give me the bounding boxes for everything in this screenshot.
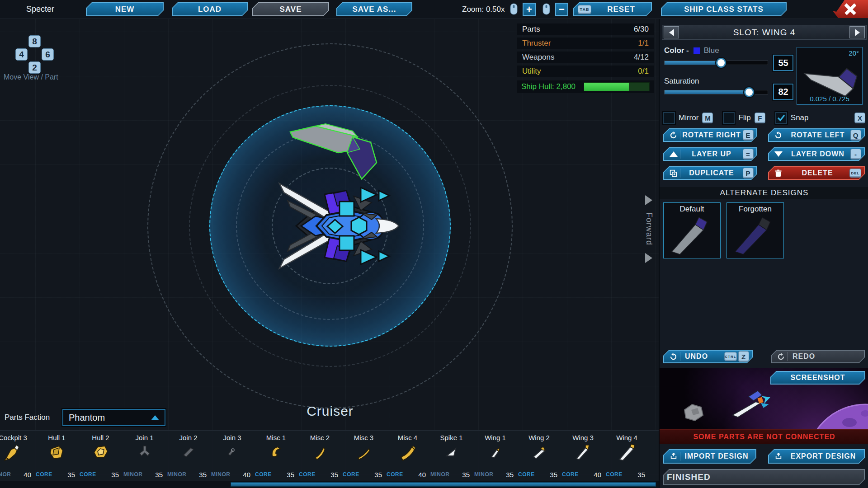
flip-key-icon: F <box>755 113 765 123</box>
part-tile[interactable]: Join 1 MINOR 35 <box>123 431 166 481</box>
part-tile[interactable]: Wing 2 CORE 35 <box>517 431 561 481</box>
color-label-row: Color - Blue <box>664 46 719 55</box>
layer-down-button[interactable]: LAYER DOWN - <box>768 147 865 161</box>
chevron-up-icon <box>151 415 159 420</box>
parts-faction-dropdown[interactable]: Phantom <box>62 409 165 426</box>
new-button[interactable]: NEW <box>86 2 164 16</box>
part-cost: 35 <box>155 471 163 479</box>
save-button[interactable]: SAVE <box>252 2 329 16</box>
del-key-icon: DEL <box>849 169 861 178</box>
part-cost: 40 <box>594 471 601 479</box>
part-tile[interactable]: Spike 1 MINOR 35 <box>429 431 473 481</box>
part-offset: 0.025 / 0.725 <box>797 95 862 103</box>
part-cost: 40 <box>24 471 31 479</box>
saturation-value[interactable]: 82 <box>773 84 793 100</box>
snap-checkbox[interactable] <box>775 112 787 124</box>
ship-class-stats-button[interactable]: SHIP CLASS STATS <box>661 2 787 16</box>
mirror-checkbox[interactable] <box>663 112 675 124</box>
delete-button[interactable]: DELETE DEL <box>768 166 865 180</box>
part-tile[interactable]: Misc 4 CORE 40 <box>386 431 429 481</box>
part-tile[interactable]: Wing 1 MINOR 35 <box>473 431 517 481</box>
part-type: MINOR <box>167 471 187 478</box>
snap-key-icon: X <box>854 113 865 123</box>
ship-design[interactable] <box>258 172 407 280</box>
color-slider-knob[interactable] <box>716 58 726 68</box>
parts-scrollbar-thumb[interactable] <box>231 482 656 487</box>
design-forgotten[interactable]: Forgotten <box>726 202 784 258</box>
zoom-out-button[interactable]: − <box>555 3 568 16</box>
design-default-image <box>664 215 720 258</box>
part-tile[interactable]: Misc 1 CORE 35 <box>254 431 298 481</box>
part-type: CORE <box>387 471 403 478</box>
part-type: CORE <box>80 471 96 478</box>
import-design-button[interactable]: IMPORT DESIGN <box>663 449 756 464</box>
close-button[interactable] <box>833 0 868 18</box>
part-tile[interactable]: Wing 3 CORE 40 <box>561 431 605 481</box>
misc1-icon <box>267 443 285 461</box>
cockpit-icon <box>4 443 22 461</box>
zoom-in-button[interactable]: + <box>523 3 536 16</box>
color-value[interactable]: 55 <box>773 55 793 71</box>
alternate-designs-header: ALTERNATE DESIGNS <box>660 187 868 199</box>
part-cost: 40 <box>418 471 426 479</box>
part-type: MINOR <box>123 471 143 478</box>
part-name: Hull 2 <box>79 434 123 441</box>
saturation-label: Saturation <box>664 77 699 86</box>
color-slider[interactable] <box>664 61 768 65</box>
screenshot-button[interactable]: SCREENSHOT <box>770 371 865 385</box>
part-tile[interactable]: Wing 4 CORE 35 <box>605 431 649 481</box>
duplicate-button[interactable]: DUPLICATE P <box>663 166 757 180</box>
flip-checkbox[interactable] <box>723 112 735 124</box>
part-type: CORE <box>518 471 535 478</box>
part-tile[interactable]: Hull 1 CORE 35 <box>35 431 79 481</box>
minus-key-icon: - <box>850 149 861 160</box>
join1-icon <box>135 443 153 461</box>
rotate-cw-icon <box>667 131 680 140</box>
design-default[interactable]: Default <box>663 202 721 258</box>
finished-button[interactable]: FINISHED <box>663 469 865 485</box>
rotate-right-button[interactable]: ROTATE RIGHT E <box>663 128 757 142</box>
parts-bar: Cockpit 3 MINOR 40 Hull 1 CORE 35 Hull 2… <box>0 430 659 481</box>
wing2-icon <box>530 443 548 461</box>
export-design-button[interactable]: EXPORT DESIGN <box>768 449 865 464</box>
hull-icon <box>47 443 66 461</box>
ship-name: Specter <box>26 5 54 14</box>
part-tile[interactable]: Join 2 MINOR 35 <box>166 431 210 481</box>
saturation-slider[interactable] <box>664 90 768 94</box>
save-as-button[interactable]: SAVE AS... <box>336 2 412 16</box>
part-tile[interactable]: Misc 2 CORE 35 <box>298 431 342 481</box>
redo-button[interactable]: REDO <box>771 350 865 363</box>
forward-arrow-icon <box>645 195 652 205</box>
triangle-down-icon <box>772 150 785 159</box>
hull-bar <box>584 82 650 91</box>
slot-panel: SLOT: WING 4 Color - Blue 55 Saturation … <box>659 19 868 488</box>
part-tile[interactable]: Hull 2 CORE 35 <box>79 431 123 481</box>
part-cost: 35 <box>506 471 514 479</box>
import-icon <box>667 452 680 461</box>
part-cost: 35 <box>287 471 294 479</box>
parts-scrollbar-track[interactable] <box>0 481 659 488</box>
undo-button[interactable]: UNDO CTRL Z <box>663 350 753 363</box>
part-tile[interactable]: Misc 3 CORE 35 <box>342 431 386 481</box>
selected-part-wing4[interactable] <box>285 122 382 183</box>
layer-up-button[interactable]: LAYER UP = <box>663 147 757 161</box>
part-cost: 35 <box>199 471 207 479</box>
saturation-slider-knob[interactable] <box>744 87 754 97</box>
move-right-key-icon: 6 <box>42 48 54 61</box>
close-icon <box>844 3 856 15</box>
part-tile[interactable]: Cockpit 3 MINOR 40 <box>0 431 35 481</box>
prev-slot-button[interactable] <box>664 26 679 38</box>
part-name: Wing 1 <box>473 434 517 441</box>
misc4-icon <box>398 443 416 461</box>
reset-button[interactable]: TAB RESET <box>573 2 652 16</box>
stat-thruster: Thruster1/1 <box>517 38 654 49</box>
part-tile[interactable]: Join 3 MINOR 40 <box>210 431 254 481</box>
move-view-part-label: Move View / Part <box>4 73 58 81</box>
part-preview: 20° 0.025 / 0.725 <box>797 47 863 105</box>
stat-weapons: Weapons4/12 <box>517 52 654 63</box>
rotate-left-button[interactable]: ROTATE LEFT Q <box>768 128 865 142</box>
part-cost: 35 <box>330 471 338 479</box>
flip-label: Flip <box>738 113 750 122</box>
next-slot-button[interactable] <box>849 26 865 38</box>
load-button[interactable]: LOAD <box>172 2 248 16</box>
